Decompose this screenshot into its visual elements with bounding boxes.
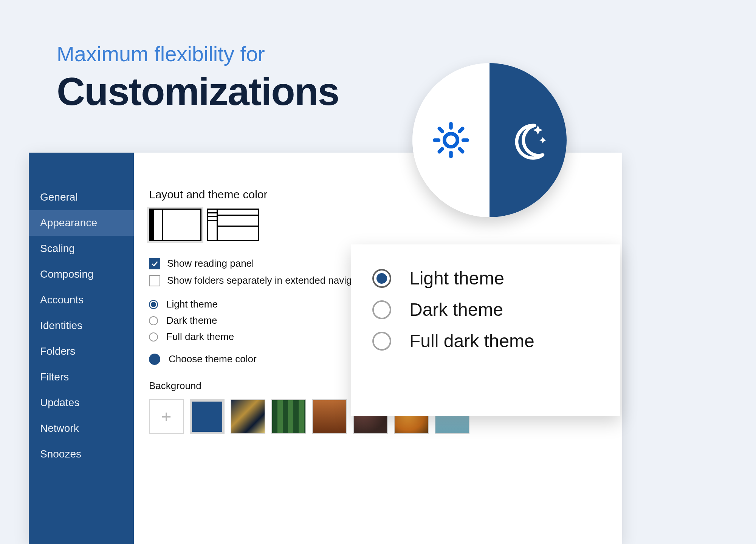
selector-radio-dark[interactable]: Dark theme bbox=[372, 299, 599, 320]
background-tile-sunset[interactable] bbox=[312, 399, 347, 434]
radio-label: Dark theme bbox=[166, 315, 217, 326]
svg-line-6 bbox=[460, 149, 463, 152]
sidebar-item-appearance[interactable]: Appearance bbox=[29, 210, 134, 236]
svg-point-0 bbox=[445, 134, 458, 147]
background-add-button[interactable]: + bbox=[149, 399, 184, 434]
radio-label: Full dark theme bbox=[409, 331, 534, 351]
sidebar-item-identities[interactable]: Identities bbox=[29, 313, 134, 338]
checkbox-icon bbox=[149, 275, 160, 286]
theme-mode-disc bbox=[412, 63, 567, 217]
radio-icon bbox=[149, 332, 158, 342]
svg-line-7 bbox=[439, 149, 442, 152]
checkbox-label: Show reading panel bbox=[167, 258, 254, 269]
sidebar-item-general[interactable]: General bbox=[29, 184, 134, 210]
hero-header: Maximum flexibility for Customizations bbox=[57, 42, 339, 114]
settings-sidebar: General Appearance Scaling Composing Acc… bbox=[29, 153, 134, 544]
radio-label: Light theme bbox=[409, 268, 504, 289]
sidebar-item-filters[interactable]: Filters bbox=[29, 364, 134, 390]
hero-title: Customizations bbox=[57, 69, 339, 114]
sidebar-item-scaling[interactable]: Scaling bbox=[29, 236, 134, 261]
choose-color-label: Choose theme color bbox=[169, 353, 257, 365]
moon-icon bbox=[508, 121, 548, 160]
sidebar-item-network[interactable]: Network bbox=[29, 416, 134, 441]
sun-icon bbox=[431, 121, 471, 160]
radio-icon bbox=[149, 316, 158, 325]
radio-label: Light theme bbox=[166, 298, 218, 310]
selector-radio-full-dark[interactable]: Full dark theme bbox=[372, 331, 599, 351]
radio-label: Full dark theme bbox=[166, 331, 234, 343]
background-tile-mosaic[interactable] bbox=[231, 399, 265, 434]
radio-icon bbox=[372, 332, 391, 351]
theme-selector-card: Light theme Dark theme Full dark theme bbox=[351, 244, 620, 416]
background-tile-solid[interactable] bbox=[190, 399, 225, 434]
sidebar-item-composing[interactable]: Composing bbox=[29, 261, 134, 287]
layout-preset-1[interactable] bbox=[149, 209, 201, 241]
radio-icon bbox=[372, 300, 391, 319]
radio-label: Dark theme bbox=[409, 299, 503, 320]
layout-preset-2[interactable] bbox=[207, 209, 259, 241]
layout-preset-row bbox=[149, 209, 607, 241]
radio-icon bbox=[149, 300, 158, 309]
sidebar-item-folders[interactable]: Folders bbox=[29, 338, 134, 364]
checkbox-icon bbox=[149, 258, 160, 269]
radio-icon bbox=[372, 269, 391, 288]
selector-radio-light[interactable]: Light theme bbox=[372, 268, 599, 289]
hero-subtitle: Maximum flexibility for bbox=[57, 42, 339, 66]
svg-line-5 bbox=[439, 128, 442, 131]
checkbox-label: Show folders separately in extended navi… bbox=[167, 275, 362, 286]
sidebar-item-updates[interactable]: Updates bbox=[29, 390, 134, 416]
sidebar-item-snoozes[interactable]: Snoozes bbox=[29, 441, 134, 467]
svg-line-8 bbox=[460, 128, 463, 131]
background-tile-stripes[interactable] bbox=[271, 399, 306, 434]
color-swatch-icon bbox=[149, 354, 160, 365]
sidebar-item-accounts[interactable]: Accounts bbox=[29, 287, 134, 313]
